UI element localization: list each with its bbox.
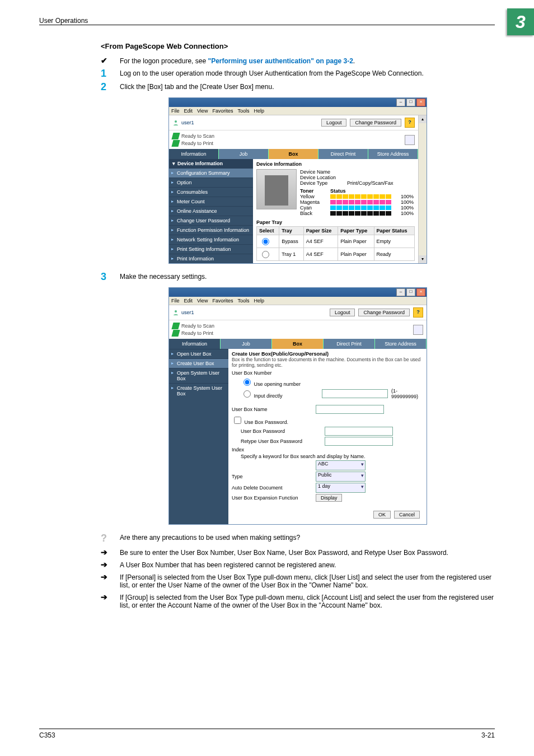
svg-point-1 xyxy=(175,310,177,312)
sidebar-item[interactable]: Meter Count xyxy=(169,197,253,206)
tab-information[interactable]: Information xyxy=(169,339,221,349)
table-row: Bypass A4 SEF Plain Paper Empty xyxy=(257,235,415,248)
window-titlebar: – □ × xyxy=(169,98,427,107)
form-note: Box is the function to save documents in… xyxy=(232,357,423,368)
checkmark-icon: ✔ xyxy=(101,56,120,65)
answer-text: If [Personal] is selected from the User … xyxy=(120,572,495,589)
menu-file[interactable]: File xyxy=(171,298,180,304)
retype-password-input[interactable] xyxy=(325,437,393,446)
sidebar-item-open-user-box[interactable]: Open User Box xyxy=(169,349,228,358)
label-index: Index xyxy=(232,447,316,452)
screenshot-window-1: – □ × File Edit View Favorites Tools Hel… xyxy=(168,97,427,264)
maximize-icon[interactable]: □ xyxy=(406,288,415,296)
menu-help[interactable]: Help xyxy=(254,108,264,114)
use-box-password-checkbox[interactable] xyxy=(234,417,241,424)
menu-help[interactable]: Help xyxy=(254,298,264,304)
tab-job[interactable]: Job xyxy=(221,339,272,349)
sidebar-item[interactable]: Print Information xyxy=(169,254,253,263)
sidebar-item-create-user-box[interactable]: Create User Box xyxy=(169,358,228,368)
tab-box[interactable]: Box xyxy=(269,149,318,159)
close-icon[interactable]: × xyxy=(416,99,425,106)
arrow-icon: ➔ xyxy=(101,592,120,601)
input-directly-radio[interactable] xyxy=(243,390,251,398)
label-user-box-password: User Box Password xyxy=(232,428,325,434)
sidebar-item[interactable]: Configuration Summary xyxy=(169,168,253,178)
label-user-box-number: User Box Number xyxy=(232,370,316,376)
tab-box[interactable]: Box xyxy=(272,339,324,349)
label-user-box-name: User Box Name xyxy=(232,407,316,412)
menu-edit[interactable]: Edit xyxy=(184,108,193,114)
sidebar-item[interactable]: Consumables xyxy=(169,187,253,197)
tab-store-address[interactable]: Store Address xyxy=(375,339,427,349)
menu-tools[interactable]: Tools xyxy=(237,298,249,304)
tab-store-address[interactable]: Store Address xyxy=(368,149,418,159)
change-password-button[interactable]: Change Password xyxy=(350,119,401,127)
form-heading: Create User Box(Public/Group/Personal) xyxy=(232,351,423,357)
menu-file[interactable]: File xyxy=(171,108,180,114)
scan-status-icon xyxy=(171,133,180,139)
label-expansion: User Box Expansion Function xyxy=(232,495,316,501)
minimize-icon[interactable]: – xyxy=(396,99,405,106)
sidebar-item[interactable]: Function Permission Information xyxy=(169,225,253,235)
sidebar: Open User Box Create User Box Open Syste… xyxy=(169,349,228,524)
toner-row: Magenta100% xyxy=(300,199,415,205)
sidebar-item[interactable]: Change User Password xyxy=(169,216,253,225)
sidebar: ▾Device Information Configuration Summar… xyxy=(169,159,253,263)
scrollbar[interactable]: ▴ ▾ xyxy=(418,115,427,263)
range-hint: (1-999999999) xyxy=(391,388,423,399)
sidebar-item[interactable]: Online Assistance xyxy=(169,206,253,216)
box-password-input[interactable] xyxy=(325,427,393,436)
menu-favorites[interactable]: Favorites xyxy=(212,298,233,304)
tab-job[interactable]: Job xyxy=(219,149,269,159)
tab-direct-print[interactable]: Direct Print xyxy=(324,339,375,349)
box-number-input[interactable] xyxy=(322,389,388,398)
table-row: Tray 1 A4 SEF Plain Paper Ready xyxy=(257,248,415,261)
index-hint: Specify a keyword for Box search and dis… xyxy=(232,454,366,459)
step-number-3: 3 xyxy=(101,272,120,282)
tray-select-radio[interactable] xyxy=(262,238,269,245)
scroll-up-icon[interactable]: ▴ xyxy=(419,115,427,123)
tab-information[interactable]: Information xyxy=(169,149,219,159)
label-type: Type xyxy=(232,474,316,479)
refresh-icon[interactable] xyxy=(405,135,415,145)
close-icon[interactable]: × xyxy=(416,288,425,296)
refresh-icon[interactable] xyxy=(413,325,423,335)
help-icon[interactable]: ? xyxy=(405,118,415,128)
auth-link[interactable]: "Performing user authentication" on page… xyxy=(208,57,353,65)
cancel-button[interactable]: Cancel xyxy=(394,511,420,519)
step-1-text: Log on to the user operation mode throug… xyxy=(120,68,424,77)
scroll-down-icon[interactable]: ▾ xyxy=(419,255,427,263)
logout-button[interactable]: Logout xyxy=(330,309,355,316)
menu-favorites[interactable]: Favorites xyxy=(212,108,233,114)
change-password-button[interactable]: Change Password xyxy=(358,309,410,316)
index-select[interactable]: ABC xyxy=(316,460,366,470)
sidebar-item[interactable]: Network Setting Information xyxy=(169,235,253,244)
box-name-input[interactable] xyxy=(316,405,384,414)
tray-select-radio[interactable] xyxy=(262,251,269,258)
auto-delete-select[interactable]: 1 day xyxy=(316,483,366,493)
sidebar-header: ▾Device Information xyxy=(169,159,253,168)
minimize-icon[interactable]: – xyxy=(396,288,405,296)
menu-tools[interactable]: Tools xyxy=(237,108,249,114)
label-auto-delete: Auto Delete Document xyxy=(232,485,316,491)
arrow-icon: ➔ xyxy=(101,548,120,557)
maximize-icon[interactable]: □ xyxy=(406,99,415,106)
sidebar-item[interactable]: Option xyxy=(169,178,253,187)
sidebar-item[interactable]: Print Setting Information xyxy=(169,244,253,254)
device-info-heading: Device Information xyxy=(256,161,415,167)
help-icon[interactable]: ? xyxy=(413,307,423,318)
display-button[interactable]: Display xyxy=(316,494,343,502)
type-select[interactable]: Public xyxy=(316,472,366,482)
opening-number-radio[interactable] xyxy=(243,379,251,386)
user-icon xyxy=(172,119,179,126)
sidebar-item-open-system-box[interactable]: Open System User Box xyxy=(169,368,228,383)
tab-direct-print[interactable]: Direct Print xyxy=(318,149,368,159)
sidebar-item-create-system-box[interactable]: Create System User Box xyxy=(169,383,228,398)
menu-edit[interactable]: Edit xyxy=(184,298,193,304)
logout-button[interactable]: Logout xyxy=(321,119,347,127)
step-3-text: Make the necessary settings. xyxy=(120,272,207,281)
step-2-text: Click the [Box] tab and the [Create User… xyxy=(120,82,274,91)
menu-view[interactable]: View xyxy=(197,298,208,304)
menu-view[interactable]: View xyxy=(197,108,208,114)
ok-button[interactable]: OK xyxy=(373,511,391,519)
